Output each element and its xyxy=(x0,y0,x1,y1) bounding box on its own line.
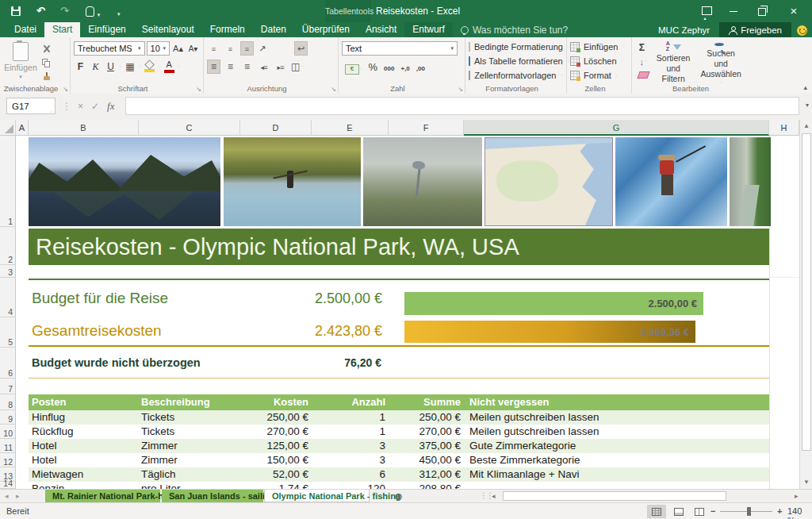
feedback-smiley-icon[interactable] xyxy=(791,23,812,37)
format-painter-button[interactable] xyxy=(38,71,54,83)
tab-daten[interactable]: Daten xyxy=(253,22,294,37)
row-header-8[interactable]: 8 xyxy=(0,394,16,410)
fill-button[interactable]: ▾ xyxy=(635,55,651,67)
tab-formeln[interactable]: Formeln xyxy=(202,22,253,37)
cell[interactable]: 1,74 € xyxy=(238,482,308,489)
tab-ueberpruefen[interactable]: Überprüfen xyxy=(294,22,358,37)
minimize-icon[interactable] xyxy=(720,0,747,22)
number-format-select[interactable]: Text▾ xyxy=(342,41,458,56)
scroll-down-icon[interactable]: ▼ xyxy=(800,476,812,489)
fill-color-button[interactable] xyxy=(143,60,156,74)
cell[interactable]: Hotel xyxy=(32,453,136,467)
align-middle-icon[interactable] xyxy=(224,41,237,56)
row-header-1[interactable]: 1 xyxy=(0,136,16,227)
scroll-left-icon[interactable]: ◂ xyxy=(492,492,496,500)
cell[interactable]: pro Liter xyxy=(141,482,238,489)
column-header-c[interactable]: C xyxy=(139,120,240,136)
column-header-summe[interactable]: Summe xyxy=(390,394,461,410)
row-header-12[interactable]: 12 xyxy=(0,453,16,467)
sheet-tab-olympic-active[interactable]: Olympic National Park - fishing xyxy=(264,490,370,502)
cut-button[interactable] xyxy=(38,43,54,55)
vertical-scrollbar[interactable]: ▲ ▼ xyxy=(799,120,812,489)
dialog-launcher-icon[interactable]: ↘ xyxy=(458,86,463,93)
column-header-nicht-vergessen[interactable]: Nicht vergessen xyxy=(469,394,766,410)
row-header-14[interactable]: 14 xyxy=(0,482,16,489)
cell[interactable]: Täglich xyxy=(141,467,238,482)
column-header-beschreibung[interactable]: Beschreibung xyxy=(141,394,238,410)
total-value-cell[interactable]: 2.423,80 € xyxy=(262,316,382,346)
cell[interactable]: Zimmer xyxy=(141,453,238,467)
cell-styles-button[interactable]: Zellenformatvorlagen▾ xyxy=(469,68,563,83)
cell[interactable]: Meilen gutschreiben lassen xyxy=(469,410,766,425)
increase-decimal-icon[interactable] xyxy=(400,60,409,74)
paste-button[interactable]: Einfügen ▾ xyxy=(3,40,38,83)
tab-datei[interactable]: Datei xyxy=(6,22,44,37)
decrease-indent-icon[interactable] xyxy=(257,60,270,74)
find-select-button[interactable]: Suchen und Auswählen▾ xyxy=(695,40,746,83)
cell[interactable]: 1 xyxy=(313,425,385,439)
photo-mountain-lake-reflection[interactable] xyxy=(29,137,220,226)
customize-qat-icon[interactable]: ▾ xyxy=(117,9,121,19)
font-family-select[interactable]: Trebuchet MS▾ xyxy=(74,41,145,56)
wrap-text-icon[interactable] xyxy=(294,41,308,56)
chevron-down-icon[interactable]: ▾ xyxy=(178,63,181,70)
chevron-down-icon[interactable]: ▾ xyxy=(119,63,122,70)
cell[interactable]: Meilen gutschreiben lassen xyxy=(469,425,766,439)
decrease-font-icon[interactable]: A▾ xyxy=(186,41,200,56)
photo-heron-on-shore[interactable] xyxy=(363,137,482,226)
column-header-posten[interactable]: Posten xyxy=(32,394,136,410)
note-value-cell[interactable]: 76,20 € xyxy=(262,348,381,378)
tab-start[interactable]: Start xyxy=(44,22,80,37)
cell[interactable] xyxy=(469,482,766,489)
cell[interactable]: 270,00 € xyxy=(390,425,461,439)
copy-button[interactable] xyxy=(38,57,54,69)
column-header-d[interactable]: D xyxy=(240,120,312,136)
format-cells-button[interactable]: Format▾ xyxy=(570,68,628,83)
normal-view-icon[interactable] xyxy=(647,505,666,518)
cell[interactable]: 312,00 € xyxy=(390,467,461,482)
cell[interactable]: 250,00 € xyxy=(390,410,461,425)
sheet-tab-san-juan[interactable]: San Juan Islands - sailing xyxy=(162,490,263,502)
cell[interactable]: Mit Klimaanlage + Navi xyxy=(469,467,766,482)
column-header-h[interactable]: H xyxy=(769,120,799,136)
cell[interactable]: Beste Zimmerkategorie xyxy=(469,453,766,467)
undo-icon[interactable] xyxy=(36,6,45,16)
conditional-formatting-button[interactable]: Bedingte Formatierung▾ xyxy=(469,40,563,54)
cell[interactable]: 270,00 € xyxy=(238,425,308,439)
ribbon-display-options-icon[interactable] xyxy=(693,0,720,22)
borders-button[interactable] xyxy=(124,60,137,74)
enter-icon[interactable]: ✓ xyxy=(91,101,99,112)
total-label-cell[interactable]: Gesamtreisekosten xyxy=(32,316,162,346)
font-color-button[interactable]: A xyxy=(163,60,176,74)
cell[interactable]: 150,00 € xyxy=(238,453,308,467)
select-all-corner[interactable] xyxy=(0,120,16,136)
cell[interactable]: 450,00 € xyxy=(390,453,461,467)
chevron-down-icon[interactable]: ▾ xyxy=(158,63,161,70)
italic-button[interactable]: K xyxy=(89,60,102,74)
clear-button[interactable] xyxy=(635,69,651,81)
note-label-cell[interactable]: Budget wurde nicht überzogen xyxy=(32,348,201,378)
cell[interactable]: Mietwagen xyxy=(32,467,136,482)
scroll-right-icon[interactable]: ▸ xyxy=(795,492,799,500)
row-header-10[interactable]: 10 xyxy=(0,425,16,439)
horizontal-scroll-thumb[interactable] xyxy=(503,491,726,501)
merge-center-icon[interactable]: ▾ xyxy=(290,60,304,74)
cancel-icon[interactable]: × xyxy=(78,101,83,112)
cell[interactable]: 1 xyxy=(313,410,385,425)
dialog-launcher-icon[interactable]: ↘ xyxy=(63,86,68,93)
format-as-table-button[interactable]: Als Tabelle formatieren▾ xyxy=(469,54,563,68)
collapse-ribbon-icon[interactable]: ▴ xyxy=(803,83,807,91)
sheet-nav-right-icon[interactable]: ▸ xyxy=(16,492,20,500)
increase-font-icon[interactable]: A▴ xyxy=(171,41,185,56)
cell[interactable]: Zimmer xyxy=(141,439,238,453)
sort-filter-button[interactable]: Sortieren und Filtern▾ xyxy=(651,40,695,83)
sheet-nav-left-icon[interactable]: ◂ xyxy=(5,492,9,500)
photo-olympic-peninsula-map[interactable] xyxy=(485,137,613,226)
page-layout-view-icon[interactable] xyxy=(669,505,688,518)
photo-fisherman-red-jacket[interactable] xyxy=(615,137,727,226)
orientation-icon[interactable]: ▾ xyxy=(257,41,270,56)
row-header-9[interactable]: 9 xyxy=(0,410,16,425)
cell[interactable]: Tickets xyxy=(141,410,238,425)
scroll-up-icon[interactable]: ▲ xyxy=(800,120,812,133)
delete-cells-button[interactable]: Löschen▾ xyxy=(570,54,628,68)
